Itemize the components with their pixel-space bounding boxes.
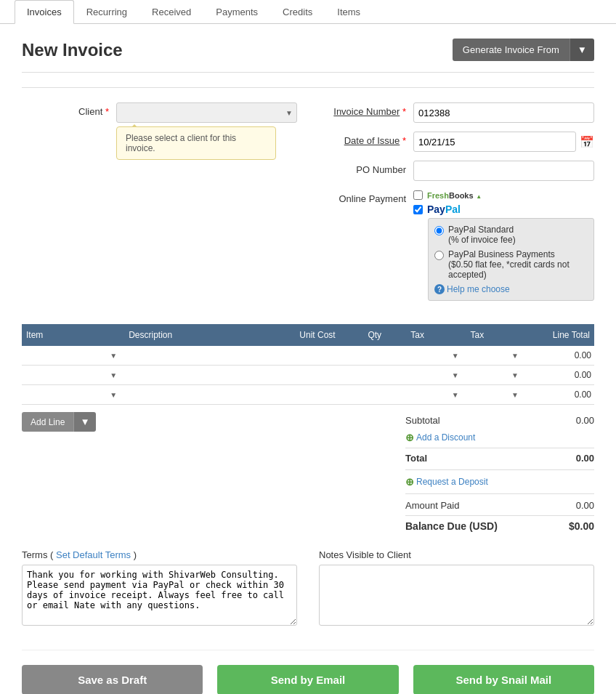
calendar-icon[interactable]: 📅 xyxy=(580,135,594,149)
page-title: New Invoice xyxy=(22,40,123,60)
generate-invoice-button[interactable]: Generate Invoice From xyxy=(453,39,570,61)
tax1-select-3[interactable] xyxy=(409,390,463,400)
online-payment-section: FreshBooks ▲ PayPal xyxy=(413,190,594,301)
tax1-select-2[interactable] xyxy=(409,371,463,381)
deposit-row: ⊕ Request a Deposit xyxy=(405,473,594,491)
send-by-snail-mail-button[interactable]: Send by Snail Mail xyxy=(413,665,594,694)
freshbooks-checkbox[interactable] xyxy=(413,190,423,200)
send-by-email-button[interactable]: Send by Email xyxy=(217,665,398,694)
po-number-label: PO Number xyxy=(319,161,413,175)
items-table: Item Description Unit Cost Qty Tax Tax L… xyxy=(22,324,594,405)
plus-icon: ⊕ xyxy=(405,476,414,488)
line-total-1: 0.00 xyxy=(526,346,594,366)
tax1-select-1[interactable] xyxy=(409,351,463,361)
tab-invoices[interactable]: Invoices xyxy=(15,0,74,24)
add-line-button[interactable]: Add Line xyxy=(22,412,73,432)
client-required: * xyxy=(105,106,109,117)
terms-section: Terms ( Set Default Terms ) <span data-b… xyxy=(22,549,297,628)
paypal-checkbox[interactable] xyxy=(413,205,423,214)
description-input-2[interactable] xyxy=(127,368,292,382)
col-description: Description xyxy=(124,324,295,346)
paypal-logo: PayPal xyxy=(427,203,461,215)
help-me-choose-link[interactable]: ? Help me choose xyxy=(434,284,588,294)
qty-input-2[interactable] xyxy=(366,368,403,382)
client-row: Client * Please select a client for this… xyxy=(22,102,297,160)
tab-recurring[interactable]: Recurring xyxy=(74,0,139,24)
invoice-number-row: Invoice Number * xyxy=(319,102,594,123)
chevron-down-icon: ▼ xyxy=(80,416,89,427)
plus-icon: ⊕ xyxy=(405,432,414,443)
subtotal-row: Subtotal 0.00 xyxy=(405,412,594,429)
col-tax1: Tax xyxy=(406,324,466,346)
item-select-2[interactable] xyxy=(25,371,121,381)
form-right: Invoice Number * Date of Issue * 📅 xyxy=(319,102,594,310)
generate-invoice-dropdown[interactable]: ▼ xyxy=(570,39,594,61)
table-row: 0.00 xyxy=(22,366,594,385)
add-line-dropdown[interactable]: ▼ xyxy=(73,412,95,432)
unit-cost-input-2[interactable] xyxy=(298,368,360,382)
totals-section: Subtotal 0.00 ⊕ Add a Discount Total 0.0… xyxy=(405,412,594,535)
tab-payments[interactable]: Payments xyxy=(203,0,270,24)
col-line-total: Line Total xyxy=(526,324,594,346)
invoice-number-input[interactable] xyxy=(413,102,594,123)
table-row: 0.00 xyxy=(22,385,594,405)
line-total-2: 0.00 xyxy=(526,366,594,385)
client-select[interactable] xyxy=(116,102,297,123)
client-label: Client * xyxy=(22,102,116,117)
online-payment-label: Online Payment xyxy=(319,190,413,204)
draft-group: Save as Draft Save this invoice as a dra… xyxy=(22,665,203,694)
col-qty: Qty xyxy=(363,324,406,346)
client-select-wrapper xyxy=(116,102,297,123)
paypal-payment-option: PayPal xyxy=(413,203,594,215)
freshbooks-payment-option: FreshBooks ▲ xyxy=(413,190,594,201)
chevron-down-icon: ▼ xyxy=(578,44,587,55)
notes-textarea[interactable] xyxy=(319,565,594,626)
qty-input-1[interactable] xyxy=(366,349,403,362)
date-of-issue-row: Date of Issue * 📅 xyxy=(319,132,594,152)
request-deposit-link[interactable]: ⊕ Request a Deposit xyxy=(405,476,488,488)
tab-received[interactable]: Received xyxy=(139,0,203,24)
date-of-issue-label: Date of Issue * xyxy=(319,132,413,146)
main-content: New Invoice Generate Invoice From ▼ Clie… xyxy=(0,24,616,694)
set-default-terms-link[interactable]: Set Default Terms xyxy=(56,549,131,560)
table-bottom: Add Line ▼ Subtotal 0.00 ⊕ Add a Discoun… xyxy=(22,412,594,535)
item-select-1[interactable] xyxy=(25,351,121,361)
line-total-3: 0.00 xyxy=(526,385,594,405)
paypal-business-row: PayPal Business Payments ($0.50 flat fee… xyxy=(434,249,588,280)
description-input-1[interactable] xyxy=(127,349,292,362)
freshbooks-logo: FreshBooks ▲ xyxy=(427,190,482,201)
unit-cost-input-1[interactable] xyxy=(298,349,360,362)
amount-paid-row: Amount Paid 0.00 xyxy=(405,497,594,514)
tax2-select-1[interactable] xyxy=(469,351,523,361)
save-as-draft-button[interactable]: Save as Draft xyxy=(22,665,203,694)
online-payment-row: Online Payment FreshBooks ▲ P xyxy=(319,190,594,301)
client-tooltip: Please select a client for this invoice. xyxy=(116,126,276,160)
tax2-select-3[interactable] xyxy=(469,390,523,400)
description-input-3[interactable] xyxy=(127,388,292,401)
add-discount-link[interactable]: ⊕ Add a Discount xyxy=(405,432,475,443)
tab-credits[interactable]: Credits xyxy=(270,0,325,24)
date-of-issue-input[interactable] xyxy=(413,132,576,152)
qty-input-3[interactable] xyxy=(366,388,403,401)
col-unit-cost: Unit Cost xyxy=(295,324,363,346)
paypal-options: PayPal Standard (% of invoice fee) PayPa… xyxy=(428,218,594,301)
po-number-input[interactable] xyxy=(413,161,594,181)
page-header: New Invoice Generate Invoice From ▼ xyxy=(22,39,594,73)
tab-items[interactable]: Items xyxy=(325,0,373,24)
form-left: Client * Please select a client for this… xyxy=(22,102,297,310)
tax2-select-2[interactable] xyxy=(469,371,523,381)
terms-textarea[interactable]: <span data-bind="terms.value"></span> xyxy=(22,565,297,626)
paypal-standard-radio[interactable] xyxy=(434,226,444,235)
email-group: Send by Email Email this invoice to your… xyxy=(217,665,398,694)
date-of-issue-input-container: 📅 xyxy=(413,132,594,152)
terms-notes-section: Terms ( Set Default Terms ) <span data-b… xyxy=(22,549,594,628)
po-number-input-container xyxy=(413,161,594,181)
paypal-business-radio[interactable] xyxy=(434,251,444,260)
item-select-3[interactable] xyxy=(25,390,121,400)
notes-label: Notes Visible to Client xyxy=(319,549,594,560)
table-row: 0.00 xyxy=(22,346,594,366)
balance-due-row: Balance Due (USD) $0.00 xyxy=(405,515,594,535)
unit-cost-input-3[interactable] xyxy=(298,388,360,401)
help-icon: ? xyxy=(434,284,445,294)
action-buttons: Save as Draft Save this invoice as a dra… xyxy=(22,650,594,694)
